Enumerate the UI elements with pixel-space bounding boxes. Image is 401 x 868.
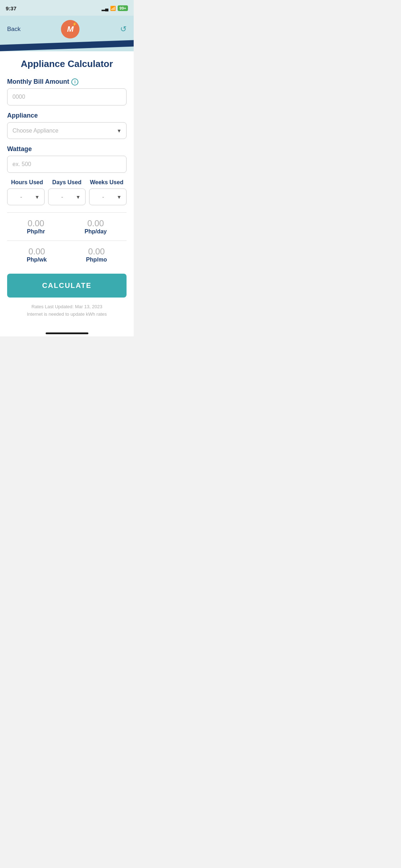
divider-middle (7, 241, 127, 241)
php-mo-result: 0.00 Php/mo (86, 247, 107, 263)
results-row-1: 0.00 Php/hr 0.00 Php/day (7, 218, 127, 235)
php-hr-unit: Php/hr (27, 228, 45, 235)
php-mo-unit: Php/mo (86, 257, 107, 263)
home-bar (46, 332, 88, 334)
main-content: Appliance Calculator Monthly Bill Amount… (0, 51, 134, 329)
back-button[interactable]: Back (7, 26, 21, 33)
wattage-label: Wattage (7, 145, 127, 153)
header-nav: Back M ⚡ ↺ (0, 16, 134, 43)
days-select-wrapper: - ▼ (48, 188, 86, 205)
logo-letter: M (67, 25, 73, 33)
weeks-select-wrapper: - ▼ (89, 188, 127, 205)
php-hr-result: 0.00 Php/hr (27, 218, 45, 235)
bolt-icon: ⚡ (72, 22, 77, 26)
status-icons: ▂▄ 📶 99+ (102, 5, 128, 11)
php-wk-unit: Php/wk (27, 257, 47, 263)
days-select[interactable]: - (48, 188, 86, 205)
php-day-value: 0.00 (84, 218, 107, 228)
page-title: Appliance Calculator (7, 58, 127, 69)
appliance-select-wrapper: Choose Appliance ▼ (7, 122, 127, 139)
status-time: 9:37 (6, 5, 16, 11)
weeks-select[interactable]: - (89, 188, 127, 205)
php-mo-value: 0.00 (86, 247, 107, 257)
wifi-icon: 📶 (110, 6, 116, 11)
calculate-button[interactable]: CALCULATE (7, 274, 127, 298)
php-wk-result: 0.00 Php/wk (27, 247, 47, 263)
hours-select[interactable]: - (7, 188, 45, 205)
divider-top (7, 212, 127, 213)
usage-labels: Hours Used Days Used Weeks Used (7, 179, 127, 186)
php-wk-value: 0.00 (27, 247, 47, 257)
monthly-bill-label: Monthly Bill Amount i (7, 78, 127, 86)
usage-selects: - ▼ - ▼ - ▼ (7, 188, 127, 205)
results-row-2: 0.00 Php/wk 0.00 Php/mo (7, 247, 127, 263)
appliance-select[interactable]: Choose Appliance (7, 122, 127, 139)
signal-icon: ▂▄ (102, 6, 108, 11)
footer-line-2: Internet is needed to update kWh rates (7, 311, 127, 318)
wattage-input[interactable] (7, 156, 127, 173)
home-indicator (0, 329, 134, 336)
footer-note: Rates Last Updated: Mar 13, 2023 Interne… (7, 303, 127, 318)
footer-line-1: Rates Last Updated: Mar 13, 2023 (7, 303, 127, 311)
php-day-result: 0.00 Php/day (84, 218, 107, 235)
hours-label: Hours Used (7, 179, 47, 186)
app-logo: M ⚡ (61, 20, 79, 38)
appliance-label: Appliance (7, 112, 127, 119)
weeks-label: Weeks Used (87, 179, 127, 186)
hours-select-wrapper: - ▼ (7, 188, 45, 205)
status-bar: 9:37 ▂▄ 📶 99+ (0, 0, 134, 16)
php-day-unit: Php/day (84, 228, 107, 235)
refresh-button[interactable]: ↺ (120, 25, 127, 34)
info-icon[interactable]: i (71, 78, 78, 86)
monthly-bill-input[interactable] (7, 88, 127, 105)
header: Back M ⚡ ↺ (0, 16, 134, 51)
days-label: Days Used (47, 179, 87, 186)
battery-badge: 99+ (118, 5, 128, 11)
php-hr-value: 0.00 (27, 218, 45, 228)
